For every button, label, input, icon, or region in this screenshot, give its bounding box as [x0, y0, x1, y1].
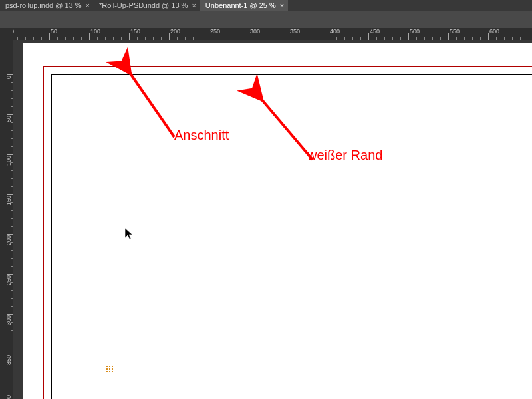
annotation-label-bleed: Anschnitt [174, 128, 229, 143]
svg-rect-10 [112, 371, 113, 372]
ruler-h-label: 100 [90, 28, 100, 35]
svg-rect-7 [112, 368, 113, 370]
svg-rect-8 [106, 371, 108, 372]
svg-rect-9 [109, 371, 110, 372]
tab-psd-rollup[interactable]: psd-rollup.indd @ 13 % × [0, 0, 94, 11]
ruler-h-label: 500 [410, 28, 420, 35]
control-panel [0, 11, 532, 29]
ruler-v-label: 50 [5, 116, 12, 122]
ruler-v-label: 250 [5, 275, 12, 285]
vertical-ruler[interactable]: 050100150200250300350400450500 [0, 40, 14, 399]
close-icon[interactable]: × [86, 0, 90, 11]
horizontal-ruler[interactable]: 050100150200250300350400450500550600 [13, 28, 532, 41]
ruler-h-label: 600 [489, 28, 499, 35]
cursor-icon [124, 227, 134, 241]
tab-label: psd-rollup.indd @ 13 % [5, 0, 82, 11]
ruler-origin[interactable] [0, 28, 14, 41]
ruler-v-label: 200 [5, 235, 12, 245]
workspace: 050100150200250300350400450500550600 050… [0, 28, 532, 399]
ruler-h-label: 250 [210, 28, 220, 35]
ruler-h-label: 350 [290, 28, 300, 35]
tab-unbenannt-1[interactable]: Unbenannt-1 @ 25 % × [200, 0, 288, 11]
tab-roll-up-psd[interactable]: *Roll-Up-PSD.indd @ 13 % × [94, 0, 200, 11]
svg-rect-3 [109, 366, 110, 367]
svg-rect-4 [112, 366, 113, 367]
ruler-v-label: 350 [5, 355, 12, 365]
close-icon[interactable]: × [280, 0, 284, 11]
anchor-marker-icon [106, 366, 116, 375]
ruler-h-label: 450 [370, 28, 380, 35]
ruler-v-label: 100 [5, 156, 12, 166]
svg-rect-6 [109, 368, 110, 370]
svg-rect-5 [106, 368, 108, 370]
ruler-h-label: 300 [250, 28, 260, 35]
svg-rect-2 [106, 366, 108, 367]
tab-label: *Roll-Up-PSD.indd @ 13 % [99, 0, 188, 11]
ruler-h-label: 50 [51, 28, 57, 35]
ruler-h-label: 200 [170, 28, 180, 35]
ruler-v-label: 150 [5, 196, 12, 205]
ruler-v-label: 400 [5, 395, 12, 399]
ruler-h-label: 550 [450, 28, 460, 35]
tab-label: Unbenannt-1 @ 25 % [205, 0, 276, 11]
ruler-h-label: 400 [330, 28, 340, 35]
annotation-label-margin: weißer Rand [307, 148, 382, 163]
svg-line-1 [261, 98, 313, 160]
ruler-v-label: 0 [5, 76, 12, 79]
ruler-v-label: 300 [5, 315, 12, 325]
svg-line-0 [129, 72, 174, 137]
canvas[interactable]: Anschnitt weißer Rand [13, 40, 532, 399]
ruler-h-label: 0 [13, 28, 14, 35]
close-icon[interactable]: × [192, 0, 196, 11]
ruler-h-label: 150 [130, 28, 140, 35]
document-tabs: psd-rollup.indd @ 13 % × *Roll-Up-PSD.in… [0, 0, 532, 11]
